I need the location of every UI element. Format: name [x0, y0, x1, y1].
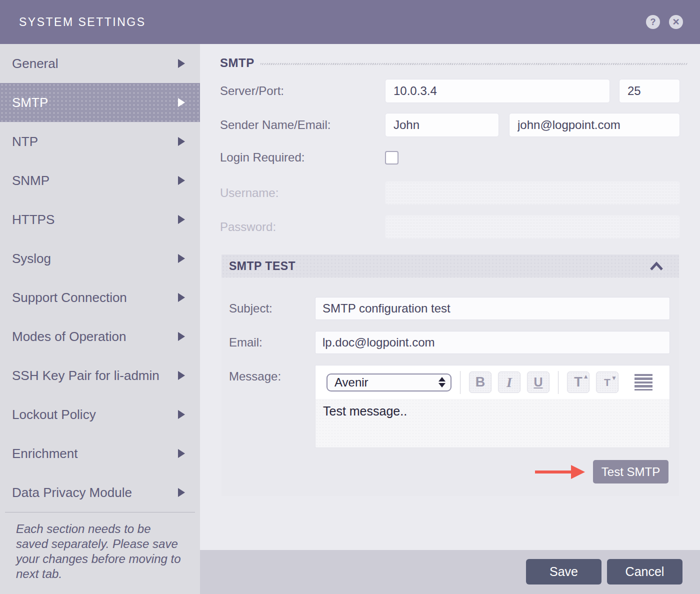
chevron-right-icon — [178, 371, 185, 380]
message-editor: Avenir B I U T▲ T▼ — [315, 365, 670, 448]
chevron-right-icon — [178, 215, 185, 224]
font-size-increase-icon: T▲ — [574, 376, 582, 389]
section-rule — [260, 63, 688, 65]
port-input[interactable] — [619, 79, 680, 103]
align-lines-icon — [634, 374, 652, 390]
subject-input[interactable] — [315, 297, 670, 320]
test-smtp-button[interactable]: Test SMTP — [593, 460, 668, 484]
chevron-right-icon — [178, 137, 185, 146]
close-icon[interactable]: ✕ — [669, 15, 683, 29]
sidebar-item-label: Enrichment — [12, 446, 178, 462]
help-icon[interactable]: ? — [646, 15, 660, 29]
underline-button[interactable]: U — [527, 372, 550, 393]
underline-icon: U — [534, 375, 542, 390]
chevron-right-icon — [178, 410, 185, 419]
login-required-label: Login Required: — [220, 150, 385, 164]
sidebar-item-label: SSH Key Pair for li-admin — [12, 368, 178, 384]
toolbar-divider — [558, 371, 558, 394]
italic-icon: I — [506, 374, 512, 390]
sender-row: Sender Name/Email: — [220, 113, 680, 137]
sidebar-item-data-privacy-module[interactable]: Data Privacy Module — [0, 473, 200, 512]
editor-toolbar: Avenir B I U T▲ T▼ — [316, 366, 670, 399]
message-row: Message: Avenir B I U — [229, 365, 670, 448]
smtp-test-body: Subject: Email: Message: Avenir — [222, 297, 679, 484]
sidebar-item-enrichment[interactable]: Enrichment — [0, 434, 200, 473]
email-label: Email: — [229, 336, 315, 350]
save-button[interactable]: Save — [526, 559, 602, 584]
bold-icon: B — [476, 374, 486, 390]
italic-button[interactable]: I — [498, 372, 520, 393]
sidebar-item-label: Modes of Operation — [12, 329, 178, 344]
email-input[interactable] — [315, 331, 670, 354]
sidebar-item-label: SMTP — [12, 95, 178, 110]
sidebar-item-lockout-policy[interactable]: Lockout Policy — [0, 395, 200, 434]
chevron-right-icon — [178, 176, 185, 185]
sidebar-item-syslog[interactable]: Syslog — [0, 239, 200, 278]
font-size-decrease-icon: T▼ — [604, 377, 610, 388]
email-row: Email: — [229, 331, 670, 354]
smtp-test-title: SMTP TEST — [229, 260, 649, 273]
server-port-label: Server/Port: — [220, 84, 385, 98]
titlebar-icons: ? ✕ — [646, 0, 683, 44]
sidebar-item-label: SNMP — [12, 173, 178, 188]
chevron-right-icon — [178, 488, 185, 497]
font-size-decrease-button[interactable]: T▼ — [596, 372, 618, 393]
message-label: Message: — [229, 365, 315, 448]
sidebar-item-https[interactable]: HTTPS — [0, 200, 200, 239]
bold-button[interactable]: B — [469, 372, 492, 393]
sidebar-item-modes-of-operation[interactable]: Modes of Operation — [0, 317, 200, 356]
chevron-right-icon — [178, 449, 185, 458]
sidebar-item-label: Data Privacy Module — [12, 485, 178, 500]
titlebar: SYSTEM SETTINGS ? ✕ — [0, 0, 700, 44]
sender-name-input[interactable] — [385, 113, 499, 137]
sidebar-item-smtp[interactable]: SMTP — [0, 83, 200, 122]
sidebar-item-ntp[interactable]: NTP — [0, 122, 200, 161]
password-row: Password: — [220, 215, 680, 239]
subject-row: Subject: — [229, 297, 670, 320]
chevron-right-icon — [178, 98, 185, 107]
password-label: Password: — [220, 220, 385, 234]
cancel-button[interactable]: Cancel — [607, 559, 682, 584]
test-smtp-row: Test SMTP — [229, 460, 670, 484]
login-required-checkbox[interactable] — [385, 151, 398, 164]
subject-label: Subject: — [229, 302, 315, 316]
sidebar-divider — [5, 512, 195, 512]
footer: Save Cancel — [200, 550, 700, 594]
server-port-row: Server/Port: — [220, 79, 680, 103]
username-row: Username: — [220, 181, 680, 205]
font-family-value: Avenir — [334, 376, 438, 390]
select-arrows-icon — [438, 377, 446, 388]
sidebar-item-label: Lockout Policy — [12, 407, 178, 422]
username-label: Username: — [220, 186, 385, 200]
font-family-select[interactable]: Avenir — [326, 374, 452, 392]
chevron-right-icon — [178, 254, 185, 263]
dialog-title: SYSTEM SETTINGS — [19, 16, 146, 29]
sidebar-item-label: HTTPS — [12, 212, 178, 228]
chevron-right-icon — [178, 59, 185, 68]
sidebar: General SMTP NTP SNMP HTTPS Syslog Suppo… — [0, 44, 200, 594]
sidebar-item-label: Support Connection — [12, 290, 178, 306]
server-input[interactable] — [385, 79, 610, 103]
sidebar-item-ssh-key-pair[interactable]: SSH Key Pair for li-admin — [0, 356, 200, 395]
sidebar-item-general[interactable]: General — [0, 44, 200, 83]
sender-email-input[interactable] — [509, 113, 680, 137]
sidebar-note: Each section needs to be saved separatel… — [16, 522, 186, 582]
system-settings-dialog: SYSTEM SETTINGS ? ✕ General SMTP NTP SNM… — [0, 0, 700, 594]
smtp-test-panel: SMTP TEST Subject: Email: Message: — [222, 254, 679, 496]
section-header: SMTP — [220, 56, 688, 70]
sidebar-item-snmp[interactable]: SNMP — [0, 161, 200, 200]
sidebar-item-label: General — [12, 56, 178, 72]
smtp-settings-panel: SMTP Server/Port: Sender Name/Email: Log… — [200, 44, 700, 550]
sidebar-item-support-connection[interactable]: Support Connection — [0, 278, 200, 317]
align-button[interactable] — [632, 372, 654, 393]
username-input — [385, 181, 680, 205]
login-required-row: Login Required: — [220, 149, 680, 166]
font-size-increase-button[interactable]: T▲ — [567, 372, 590, 393]
message-textarea[interactable]: Test message.. — [316, 399, 670, 448]
collapse-chevron-up-icon[interactable] — [649, 262, 664, 271]
smtp-test-header: SMTP TEST — [222, 254, 679, 278]
chevron-right-icon — [178, 293, 185, 302]
password-input — [385, 215, 680, 239]
sender-label: Sender Name/Email: — [220, 118, 385, 132]
sidebar-item-label: NTP — [12, 134, 178, 150]
